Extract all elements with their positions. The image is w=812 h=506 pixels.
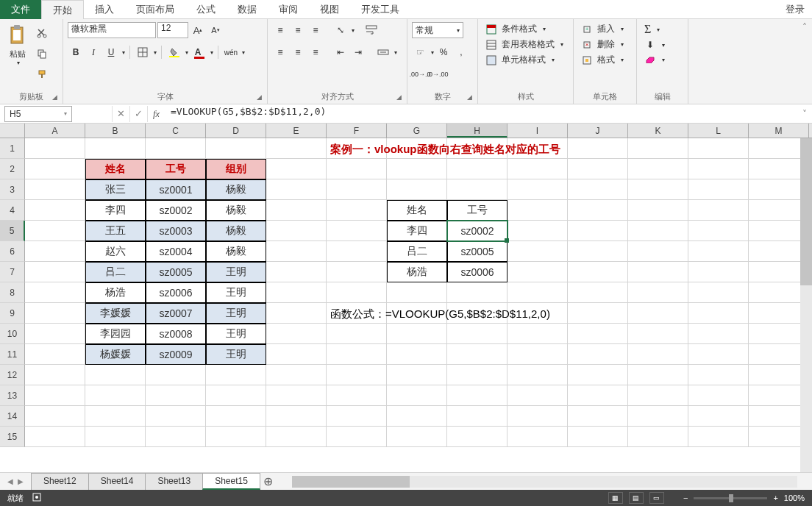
spreadsheet-grid[interactable]: ABCDEFGHIJKLM 123456789101112131415 姓名工号… <box>0 124 812 472</box>
cell[interactable] <box>146 406 206 427</box>
cell[interactable] <box>508 385 568 406</box>
cell[interactable]: 王明 <box>206 282 266 303</box>
cell[interactable] <box>508 159 568 179</box>
cell[interactable] <box>387 344 447 365</box>
border-button[interactable] <box>135 44 151 60</box>
horizontal-scrollbar[interactable] <box>292 476 797 488</box>
column-header[interactable]: L <box>688 124 749 138</box>
merge-button[interactable] <box>375 44 391 60</box>
cell[interactable] <box>266 282 327 303</box>
cell[interactable] <box>447 344 508 365</box>
cell[interactable]: 杨毅 <box>206 241 266 262</box>
cell[interactable]: 杨毅 <box>206 200 266 221</box>
cell[interactable]: 李四 <box>85 200 146 221</box>
cancel-formula-button[interactable]: ✕ <box>112 106 129 122</box>
cell[interactable] <box>568 303 628 324</box>
cell[interactable]: sz0006 <box>447 262 508 282</box>
cell[interactable] <box>25 200 85 221</box>
cell[interactable] <box>327 282 387 303</box>
align-top-button[interactable]: ≡ <box>272 22 288 38</box>
format-cells-button[interactable]: 格式▾ <box>578 53 627 67</box>
row-header[interactable]: 9 <box>0 303 25 324</box>
cell[interactable] <box>688 282 749 303</box>
cell[interactable] <box>508 262 568 282</box>
cell[interactable] <box>327 159 387 179</box>
cell[interactable] <box>327 324 387 344</box>
cell[interactable] <box>628 406 688 427</box>
zoom-out-button[interactable]: − <box>683 493 688 502</box>
cell[interactable]: sz0005 <box>447 241 508 262</box>
row-header[interactable]: 10 <box>0 324 25 344</box>
cell[interactable] <box>688 406 749 427</box>
cell[interactable]: 姓名 <box>85 159 146 179</box>
cell[interactable] <box>688 385 749 406</box>
zoom-slider[interactable] <box>694 497 767 499</box>
column-header[interactable]: D <box>206 124 266 138</box>
row-header[interactable]: 15 <box>0 427 25 447</box>
cell[interactable] <box>628 282 688 303</box>
cell[interactable]: 王五 <box>85 221 146 241</box>
cell[interactable] <box>25 385 85 406</box>
cell[interactable] <box>447 427 508 447</box>
cell[interactable]: sz0006 <box>146 282 206 303</box>
cell[interactable] <box>266 324 327 344</box>
tab-data[interactable]: 数据 <box>227 0 268 19</box>
row-header[interactable]: 1 <box>0 138 25 159</box>
cell[interactable]: 杨浩 <box>387 262 447 282</box>
sheet-tab[interactable]: Sheet14 <box>88 473 146 490</box>
zoom-in-button[interactable]: + <box>773 493 777 502</box>
expand-formula-bar-button[interactable]: ˅ <box>797 109 812 119</box>
cell[interactable] <box>266 385 327 406</box>
cell[interactable] <box>628 324 688 344</box>
cell[interactable]: 张三 <box>85 179 146 200</box>
italic-button[interactable]: I <box>85 44 102 60</box>
cell[interactable] <box>266 221 327 241</box>
cell[interactable] <box>568 344 628 365</box>
cell[interactable] <box>146 365 206 385</box>
macro-record-button[interactable] <box>32 493 41 503</box>
cell[interactable] <box>85 365 146 385</box>
dialog-launcher-icon[interactable]: ◢ <box>396 93 405 102</box>
cell[interactable] <box>508 365 568 385</box>
zoom-level[interactable]: 100% <box>784 493 805 502</box>
cell[interactable]: 王明 <box>206 303 266 324</box>
row-header[interactable]: 5 <box>0 221 25 241</box>
cell[interactable] <box>25 324 85 344</box>
cell[interactable] <box>628 344 688 365</box>
fill-button[interactable]: ⬇▾ <box>641 38 668 51</box>
cell[interactable]: sz0004 <box>146 241 206 262</box>
cell[interactable] <box>508 221 568 241</box>
cell[interactable] <box>266 262 327 282</box>
align-bottom-button[interactable]: ≡ <box>307 22 324 38</box>
cell[interactable] <box>628 200 688 221</box>
row-header[interactable]: 11 <box>0 344 25 365</box>
comma-button[interactable]: , <box>453 44 469 60</box>
align-right-button[interactable]: ≡ <box>307 44 324 60</box>
cell[interactable] <box>568 179 628 200</box>
cell[interactable] <box>85 427 146 447</box>
tab-developer[interactable]: 开发工具 <box>350 0 410 19</box>
row-header[interactable]: 2 <box>0 159 25 179</box>
cell[interactable] <box>628 262 688 282</box>
decrease-decimal-button[interactable]: .0→.00 <box>430 66 446 82</box>
cell[interactable] <box>508 179 568 200</box>
cell[interactable] <box>568 324 628 344</box>
accept-formula-button[interactable]: ✓ <box>129 106 147 122</box>
login-link[interactable]: 登录 <box>786 3 805 16</box>
row-header[interactable]: 12 <box>0 365 25 385</box>
cell[interactable] <box>25 344 85 365</box>
cell[interactable]: 赵六 <box>85 241 146 262</box>
cell[interactable] <box>387 282 447 303</box>
cell[interactable]: 王明 <box>206 262 266 282</box>
sheet-nav-prev[interactable]: ◀ <box>7 477 13 485</box>
cell[interactable] <box>387 179 447 200</box>
row-header[interactable]: 7 <box>0 262 25 282</box>
cell[interactable] <box>266 241 327 262</box>
cell[interactable]: 杨毅 <box>206 179 266 200</box>
decrease-indent-button[interactable]: ⇤ <box>332 44 349 60</box>
cell[interactable] <box>688 262 749 282</box>
cell[interactable] <box>447 303 508 324</box>
cell[interactable] <box>628 365 688 385</box>
fx-button[interactable]: fx <box>147 106 165 122</box>
cell[interactable] <box>508 138 568 159</box>
